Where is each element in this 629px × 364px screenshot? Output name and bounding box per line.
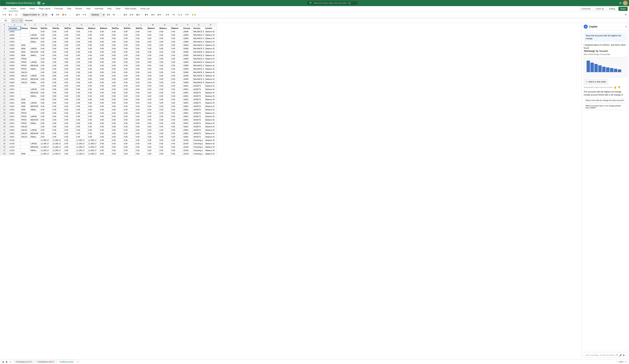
table-cell[interactable]: 0.00	[64, 135, 76, 138]
cell-l1[interactable]: NetCha	[135, 26, 147, 30]
table-cell[interactable]: 0.00	[99, 135, 111, 138]
table-cell[interactable]: PROD	[20, 64, 30, 67]
table-cell[interactable]	[30, 125, 40, 128]
table-cell[interactable]: 0.00	[64, 121, 76, 125]
table-cell[interactable]: LARGE	[30, 47, 40, 50]
table-cell[interactable]: 0.00	[88, 88, 99, 91]
table-cell[interactable]: 11,365.17	[52, 149, 64, 152]
table-cell[interactable]: 10001	[9, 105, 20, 108]
suggestion-2[interactable]: Which accounts have a net change greater…	[584, 104, 627, 110]
table-cell[interactable]: 0.00	[147, 57, 159, 60]
table-cell[interactable]: 0.00	[64, 108, 76, 111]
table-cell[interactable]: ASSETS	[193, 132, 205, 135]
table-cell[interactable]: 0.00	[135, 105, 147, 108]
cell-q1[interactable]: Accoun	[193, 26, 205, 30]
table-cell[interactable]: 0.00	[159, 57, 171, 60]
table-cell[interactable]: 0.00	[135, 77, 147, 81]
table-cell[interactable]: 0.00	[135, 64, 147, 67]
table-cell[interactable]: 0.00	[159, 128, 171, 132]
table-cell[interactable]: 0.00	[147, 64, 159, 67]
table-cell[interactable]: ASSETS	[193, 88, 205, 91]
table-cell[interactable]: 0.00	[88, 115, 99, 118]
table-cell[interactable]: 10000	[9, 54, 20, 57]
table-cell[interactable]: ASSETS	[193, 125, 205, 128]
table-cell[interactable]: 0.00	[135, 54, 147, 57]
table-cell[interactable]: 0.00	[64, 40, 76, 43]
table-cell[interactable]: 0.00	[40, 88, 52, 91]
table-cell[interactable]: Balance St	[205, 54, 217, 57]
cell-styles-button[interactable]: ⊟ ▾	[122, 13, 128, 16]
table-cell[interactable]: MEDIUM	[30, 37, 40, 40]
table-cell[interactable]: ASSETS	[193, 98, 205, 101]
table-cell[interactable]: 10001	[183, 91, 193, 94]
table-cell[interactable]: 0.00	[64, 145, 76, 149]
cell-j1[interactable]: NetCha	[111, 26, 123, 30]
table-cell[interactable]: SALES	[20, 128, 30, 132]
table-cell[interactable]: 10100	[9, 145, 20, 149]
table-cell[interactable]: 0.00	[64, 125, 76, 128]
table-cell[interactable]: 0.00	[147, 108, 159, 111]
table-cell[interactable]: 0.00	[40, 132, 52, 135]
table-cell[interactable]: 0.00	[123, 111, 135, 115]
bold-button[interactable]: B	[51, 13, 54, 16]
table-cell[interactable]: ASSETS	[193, 108, 205, 111]
table-cell[interactable]: 0.00	[99, 145, 111, 149]
table-cell[interactable]: Balance St	[205, 125, 217, 128]
table-cell[interactable]: 0.00	[123, 40, 135, 43]
more-formatting-button[interactable]: ...	[68, 13, 72, 16]
table-cell[interactable]: 0.00	[99, 132, 111, 135]
table-cell[interactable]: 0.00	[111, 54, 123, 57]
table-cell[interactable]: SALES	[20, 71, 30, 74]
table-cell[interactable]	[30, 43, 40, 47]
table-cell[interactable]: 0.00	[135, 135, 147, 138]
table-cell[interactable]: 0.00	[99, 91, 111, 94]
borders-button[interactable]: ⊞ ▾	[75, 13, 81, 16]
table-cell[interactable]: Checking a	[193, 142, 205, 145]
table-cell[interactable]: 0.00	[111, 60, 123, 64]
table-cell[interactable]: 0.00	[52, 84, 64, 88]
col-header-o[interactable]: O	[171, 23, 183, 26]
table-cell[interactable]: 0.00	[40, 111, 52, 115]
table-cell[interactable]: 0.00	[88, 47, 99, 50]
table-cell[interactable]: 10000	[9, 40, 20, 43]
table-cell[interactable]: 0.00	[171, 30, 183, 33]
table-cell[interactable]: 0.00	[88, 84, 99, 88]
table-cell[interactable]: 0.00	[159, 33, 171, 37]
table-cell[interactable]: Balance St	[205, 132, 217, 135]
table-cell[interactable]: ADM	[20, 43, 30, 47]
table-cell[interactable]	[30, 71, 40, 74]
table-cell[interactable]: 0.00	[64, 142, 76, 145]
table-cell[interactable]: 10000	[183, 47, 193, 50]
table-cell[interactable]: 0.00	[76, 74, 88, 77]
table-cell[interactable]: 0.00	[52, 108, 64, 111]
table-cell[interactable]: BALANCE S	[193, 33, 205, 37]
zoom-in-button[interactable]: +	[624, 360, 628, 364]
table-cell[interactable]: 0.00	[88, 50, 99, 54]
table-cell[interactable]: 0.00	[123, 81, 135, 84]
conditional-format-button[interactable]: ⊞ ▾	[135, 13, 141, 16]
table-cell[interactable]: 0.00	[64, 98, 76, 101]
table-cell[interactable]: 0.00	[159, 138, 171, 142]
table-cell[interactable]: 10001	[183, 118, 193, 121]
table-cell[interactable]: 10001	[183, 84, 193, 88]
table-cell[interactable]: 0.00	[147, 138, 159, 142]
table-cell[interactable]: 0.00	[159, 60, 171, 64]
table-cell[interactable]: 0.00	[40, 60, 52, 64]
table-cell[interactable]: 10000	[183, 50, 193, 54]
table-cell[interactable]: 0.00	[52, 125, 64, 128]
table-cell[interactable]: 0.00	[40, 64, 52, 67]
search-bar[interactable]: 🔍	[307, 1, 358, 5]
table-cell[interactable]: 0.00	[88, 71, 99, 74]
table-cell[interactable]: 10001	[9, 108, 20, 111]
table-cell[interactable]: 0.00	[52, 67, 64, 71]
table-cell[interactable]: 0.00	[171, 88, 183, 91]
table-cell[interactable]: 0.00	[99, 108, 111, 111]
table-cell[interactable]: SMALL	[30, 94, 40, 98]
table-cell[interactable]: PROD	[20, 67, 30, 71]
table-cell[interactable]: 0.00	[123, 142, 135, 145]
table-cell[interactable]: 0.00	[64, 149, 76, 152]
table-cell[interactable]: ASSETS	[193, 121, 205, 125]
table-cell[interactable]: 0.00	[123, 135, 135, 138]
table-cell[interactable]: 10001	[183, 132, 193, 135]
table-cell[interactable]: MEDIUM	[30, 50, 40, 54]
